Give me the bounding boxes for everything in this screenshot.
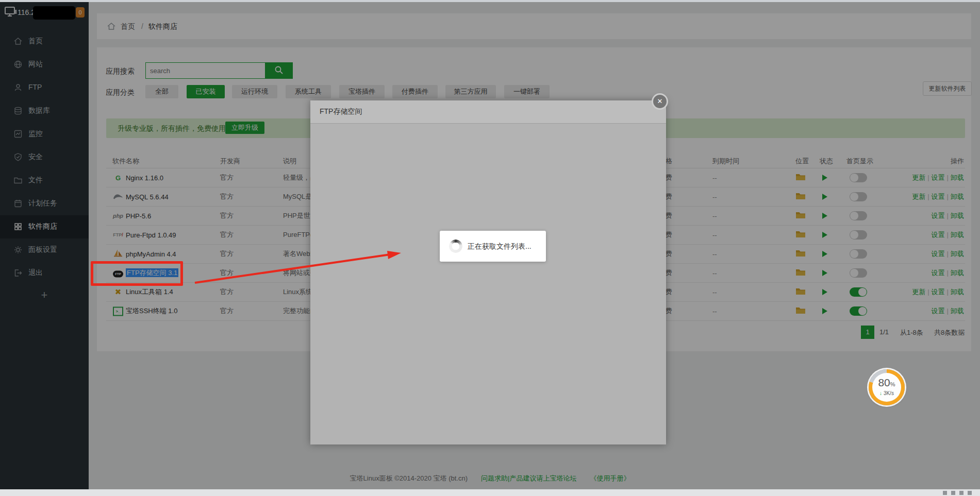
tray-icon[interactable] bbox=[943, 491, 947, 495]
network-status-widget[interactable]: 80% ↓ 3K/s bbox=[869, 369, 905, 405]
dialog-title: FTP存储空间 bbox=[320, 107, 362, 116]
top-edge-strip bbox=[0, 0, 980, 2]
loading-text: 正在获取文件列表... bbox=[468, 242, 531, 251]
spinner-icon bbox=[449, 240, 462, 253]
close-icon[interactable]: ✕ bbox=[652, 93, 668, 110]
download-arrow-icon: ↓ bbox=[879, 390, 882, 396]
usage-percent: 80 bbox=[878, 377, 890, 388]
ftp-storage-dialog: FTP存储空间 ✕ 正在获取文件列表... bbox=[310, 100, 666, 444]
dialog-titlebar: FTP存储空间 bbox=[310, 100, 666, 124]
taskbar-edge bbox=[0, 489, 980, 496]
annotation-highlight-box bbox=[91, 261, 183, 286]
tray-icon[interactable] bbox=[951, 491, 955, 495]
network-status-inner: 80% ↓ 3K/s bbox=[872, 373, 901, 402]
bt-panel-window: 116.25 0 首页 网站 FTP 数据库 监控 安全 文件 计划任务 bbox=[0, 0, 980, 496]
download-speed: 3K/s bbox=[884, 390, 894, 396]
tray-icon[interactable] bbox=[968, 491, 972, 495]
loading-box: 正在获取文件列表... bbox=[440, 231, 546, 262]
tray-icon[interactable] bbox=[959, 491, 964, 495]
